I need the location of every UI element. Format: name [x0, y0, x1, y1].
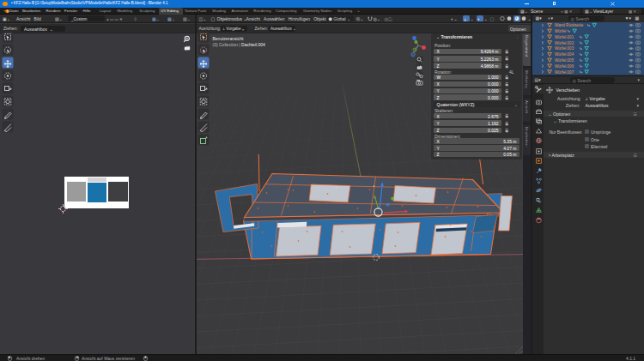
svg-text:Würfel.001: Würfel.001	[555, 35, 574, 39]
svg-text:Würfel.002: Würfel.002	[555, 41, 574, 45]
svg-text:Würfel.004: Würfel.004	[555, 52, 574, 57]
svg-text:Würfel.005: Würfel.005	[555, 58, 574, 63]
svg-text:Würfel: Würfel	[555, 29, 566, 33]
svg-text:Würfel.006: Würfel.006	[555, 64, 574, 69]
svg-text:Würfel.003: Würfel.003	[555, 47, 574, 51]
svg-text:Wand Rückseite: Wand Rückseite	[555, 23, 584, 27]
svg-text:Würfel.007: Würfel.007	[555, 70, 574, 75]
